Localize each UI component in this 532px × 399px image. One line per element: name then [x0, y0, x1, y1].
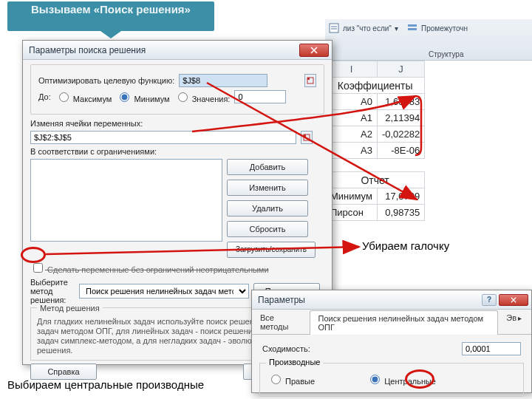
objective-label: Оптимизировать целевую функцию: — [38, 76, 174, 85]
table-row: A2-0,02282 — [326, 126, 425, 143]
chevron-right-icon: ▸ — [516, 314, 523, 322]
cell[interactable]: Минимум — [326, 188, 378, 205]
opt-max[interactable]: Максимум — [55, 90, 112, 103]
cell[interactable]: A2 — [326, 126, 378, 143]
convergence-input[interactable] — [462, 342, 521, 355]
close-button[interactable] — [299, 44, 329, 57]
range-select-button[interactable] — [304, 74, 316, 87]
constraints-list[interactable] — [30, 159, 222, 242]
annotation-central-deriv: Выбираем центральные производные — [7, 378, 204, 391]
derivatives-group: Производные Правые Центральные — [259, 363, 524, 397]
callout-banner: Вызываем «Поиск решения» — [7, 1, 214, 31]
ribbon-structure-label: Структура — [429, 50, 463, 58]
ribbon-whatif[interactable]: лиз "что если" ▾ — [328, 22, 398, 34]
ribbon-fragment: лиз "что если" ▾ Промежуточн Структура — [325, 19, 532, 61]
col-header-I[interactable]: I — [326, 61, 378, 78]
derivatives-label: Производные — [266, 358, 323, 366]
change-button[interactable]: Изменить — [227, 180, 308, 196]
svg-rect-1 — [408, 24, 417, 27]
params-dialog: Параметры ? Все методы Поиск решения нел… — [251, 290, 532, 393]
help-button[interactable]: Справка — [30, 364, 97, 380]
to-label: До: — [38, 92, 51, 101]
add-button[interactable]: Добавить — [227, 159, 308, 175]
annotation-remove-check: Убираем галочку — [362, 239, 449, 252]
table-row: Пирсон0,98735 — [326, 205, 425, 221]
grid-icon — [307, 77, 314, 84]
reset-button[interactable]: Сбросить — [227, 221, 308, 237]
deriv-central[interactable]: Центральные — [366, 372, 436, 386]
params-title: Параметры — [258, 295, 305, 305]
cell[interactable]: A1 — [326, 110, 378, 126]
method-select[interactable]: Поиск решения нелинейных задач методом О… — [79, 284, 249, 299]
solver-title: Параметры поиска решения — [29, 45, 146, 55]
changing-input[interactable] — [30, 131, 296, 144]
grid-icon — [303, 134, 310, 141]
ribbon-subtotal[interactable]: Промежуточн — [406, 22, 468, 34]
delete-button[interactable]: Удалить — [227, 200, 308, 216]
cell[interactable]: 17,0709 — [377, 188, 424, 205]
changing-label: Изменяя ячейки переменных: — [30, 119, 143, 128]
cell[interactable]: 0,98735 — [377, 205, 424, 221]
ribbon-whatif-label: лиз "что если" — [343, 24, 392, 33]
params-tabstrip: Все методы Поиск решения нелинейных зада… — [252, 310, 531, 335]
ribbon-subtotal-label: Промежуточн — [421, 24, 468, 33]
tab-all-methods[interactable]: Все методы — [252, 310, 310, 334]
help-icon[interactable]: ? — [482, 294, 497, 306]
dropdown-icon: ▾ — [395, 24, 398, 33]
cell[interactable]: -0,02282 — [377, 126, 424, 143]
table-row: A3-8E-06 — [326, 143, 425, 159]
table-row: A12,11394 — [326, 110, 425, 126]
tab-evolution[interactable]: Эв▸ — [498, 310, 531, 334]
svg-rect-4 — [307, 78, 310, 80]
coeff-title: Коэффициенты — [326, 78, 425, 94]
close-icon — [511, 297, 516, 303]
close-button-2[interactable] — [499, 294, 528, 306]
loadsave-button[interactable]: Загрузить/сохранить — [227, 242, 316, 258]
table-row: A01,68483 — [326, 94, 425, 110]
range-select-button-2[interactable] — [301, 131, 313, 144]
convergence-label: Сходимость: — [262, 344, 310, 353]
params-titlebar[interactable]: Параметры ? — [252, 290, 531, 310]
cell[interactable]: 2,11394 — [377, 110, 424, 126]
svg-rect-0 — [330, 24, 338, 33]
col-header-J[interactable]: J — [377, 61, 424, 78]
cell[interactable]: A3 — [326, 143, 378, 159]
report-title: Отчет — [326, 172, 425, 188]
constraints-label: В соответствии с ограничениями: — [30, 147, 157, 156]
cell[interactable]: Пирсон — [326, 205, 378, 221]
objective-input[interactable] — [179, 74, 267, 87]
cell[interactable]: -8E-06 — [377, 143, 424, 159]
opt-value-input[interactable] — [234, 90, 286, 103]
opt-value[interactable]: Значения: — [174, 90, 231, 103]
tab-grg[interactable]: Поиск решения нелинейных задач методом О… — [310, 310, 498, 335]
method-group-label: Метод решения — [37, 304, 103, 313]
deriv-right[interactable]: Правые — [267, 372, 315, 386]
close-icon — [310, 47, 318, 54]
svg-rect-2 — [408, 28, 417, 30]
table-row: Минимум17,0709 — [326, 188, 425, 205]
coeff-table: I J Коэффициенты A01,68483 A12,11394 A2-… — [325, 61, 425, 221]
opt-min[interactable]: Минимум — [116, 90, 169, 103]
nonneg-checkbox[interactable]: Сделать переменные без ограничений неотр… — [30, 261, 269, 275]
cell[interactable]: 1,68483 — [377, 94, 424, 110]
method-label: Выберите метод решения: — [30, 278, 75, 304]
solver-titlebar[interactable]: Параметры поиска решения — [23, 41, 332, 60]
svg-rect-6 — [304, 134, 306, 137]
cell[interactable]: A0 — [326, 94, 378, 110]
